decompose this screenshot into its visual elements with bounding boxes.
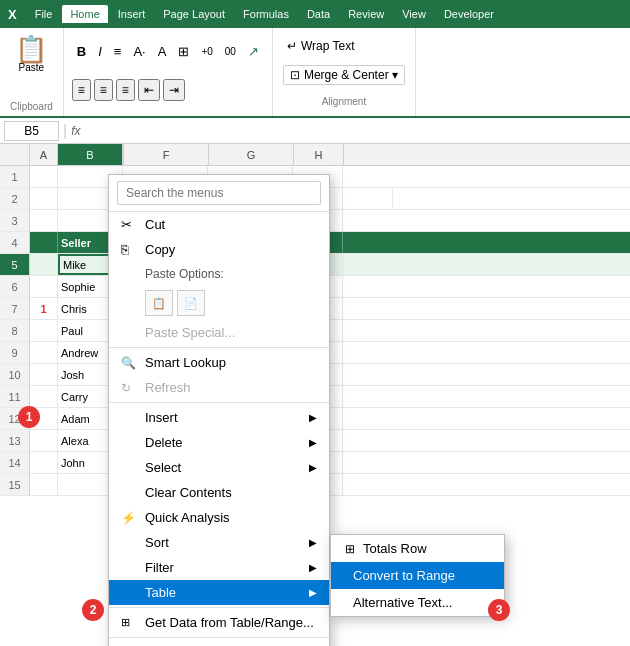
grid-cell[interactable] <box>343 188 393 209</box>
menu-item-cut[interactable]: ✂ Cut <box>109 212 329 237</box>
row-num: 15 <box>0 474 30 495</box>
row-num: 14 <box>0 452 30 473</box>
grid-cell[interactable] <box>30 320 58 341</box>
submenu-item-alt-text[interactable]: Alternative Text... <box>331 589 504 616</box>
bold-button[interactable]: B <box>72 43 91 60</box>
grid-cell[interactable] <box>30 364 58 385</box>
filter-label: Filter <box>145 560 301 575</box>
indent-right[interactable]: ⇥ <box>163 79 185 101</box>
col-header-h[interactable]: H <box>294 144 344 165</box>
tab-view[interactable]: View <box>394 5 434 23</box>
grid-cell[interactable] <box>30 188 58 209</box>
font-color-button[interactable]: A· <box>128 43 150 60</box>
menu-separator <box>109 607 329 608</box>
grid-cell[interactable] <box>30 232 58 253</box>
clear-contents-label: Clear Contents <box>145 485 232 500</box>
col-header-a[interactable]: A <box>30 144 58 165</box>
tab-formulas[interactable]: Formulas <box>235 5 297 23</box>
menu-item-insert[interactable]: Insert ▶ <box>109 405 329 430</box>
search-icon: 🔍 <box>121 356 137 370</box>
smart-lookup-label: Smart Lookup <box>145 355 226 370</box>
col-header-g[interactable]: G <box>209 144 294 165</box>
row-num: 5 <box>0 254 30 275</box>
align-button[interactable]: ≡ <box>109 43 127 60</box>
paste-icon-btn-1[interactable]: 📋 <box>145 290 173 316</box>
wrap-text-button[interactable]: ↵ Wrap Text <box>283 37 405 55</box>
submenu-item-totals-row[interactable]: ⊞ Totals Row <box>331 535 504 562</box>
paste-button[interactable]: 📋 Paste <box>11 32 51 77</box>
annotation-1: 1 <box>18 406 40 428</box>
convert-to-range-label: Convert to Range <box>353 568 455 583</box>
ribbon: 📋 Paste Clipboard B I ≡ A· A ⊞ +0 00 ↗ ≡… <box>0 28 630 118</box>
table-submenu: ⊞ Totals Row Convert to Range Alternativ… <box>330 534 505 617</box>
indent-left[interactable]: ⇤ <box>138 79 160 101</box>
align-center[interactable]: ≡ <box>94 79 113 101</box>
tab-insert[interactable]: Insert <box>110 5 154 23</box>
grid-cell[interactable] <box>30 276 58 297</box>
paste-options-label: Paste Options: <box>145 267 317 281</box>
menu-item-get-data[interactable]: ⊞ Get Data from Table/Range... <box>109 610 329 635</box>
grid-cell[interactable] <box>30 452 58 473</box>
grid-cell[interactable] <box>30 166 58 187</box>
tab-data[interactable]: Data <box>299 5 338 23</box>
grid-cell[interactable] <box>30 254 58 275</box>
sort-label: Sort <box>145 535 301 550</box>
decimal-dec[interactable]: 00 <box>220 45 241 58</box>
formula-input[interactable] <box>85 122 627 140</box>
paste-icon-btn-2[interactable]: 📄 <box>177 290 205 316</box>
menu-search-input[interactable] <box>117 181 321 205</box>
grid-cell[interactable] <box>30 210 58 231</box>
tab-page-layout[interactable]: Page Layout <box>155 5 233 23</box>
submenu-item-convert-to-range[interactable]: Convert to Range <box>331 562 504 589</box>
row-num: 8 <box>0 320 30 341</box>
alignment-row: ≡ ≡ ≡ ⇤ ⇥ <box>72 79 264 101</box>
menu-item-table[interactable]: Table ▶ <box>109 580 329 605</box>
italic-button[interactable]: I <box>93 43 107 60</box>
app-icon: X <box>8 7 17 22</box>
border-button[interactable]: ⊞ <box>173 43 194 60</box>
decimal-inc[interactable]: +0 <box>196 45 217 58</box>
row-num: 9 <box>0 342 30 363</box>
get-data-icon: ⊞ <box>121 616 137 629</box>
merge-center-button[interactable]: ⊡ Merge & Center ▾ <box>283 65 405 85</box>
menu-item-new-comment[interactable]: 💬 New Comment <box>109 640 329 646</box>
tab-file[interactable]: File <box>27 5 61 23</box>
menu-item-refresh[interactable]: ↻ Refresh <box>109 375 329 400</box>
paste-label: Paste <box>19 62 45 73</box>
copy-icon: ⎘ <box>121 242 137 257</box>
font-size-button[interactable]: A <box>153 43 172 60</box>
cell-reference-input[interactable] <box>4 121 59 141</box>
alignment-label: Alignment <box>283 96 405 107</box>
align-left[interactable]: ≡ <box>72 79 91 101</box>
align-right[interactable]: ≡ <box>116 79 135 101</box>
grid-cell[interactable]: 1 <box>30 298 58 319</box>
col-header-b[interactable]: B <box>58 144 123 165</box>
menu-item-copy[interactable]: ⎘ Copy <box>109 237 329 262</box>
menu-item-smart-lookup[interactable]: 🔍 Smart Lookup <box>109 350 329 375</box>
annotation-2: 2 <box>82 599 104 621</box>
copy-label: Copy <box>145 242 317 257</box>
menu-item-clear-contents[interactable]: Clear Contents <box>109 480 329 505</box>
menu-item-select[interactable]: Select ▶ <box>109 455 329 480</box>
grid-cell[interactable] <box>30 474 58 495</box>
grid-cell[interactable] <box>30 386 58 407</box>
cut-label: Cut <box>145 217 317 232</box>
col-header-f[interactable]: F <box>124 144 209 165</box>
tab-review[interactable]: Review <box>340 5 392 23</box>
grid-cell[interactable] <box>30 430 58 451</box>
tab-developer[interactable]: Developer <box>436 5 502 23</box>
merge-center-label: Merge & Center ▾ <box>304 68 398 82</box>
menu-item-delete[interactable]: Delete ▶ <box>109 430 329 455</box>
annotation-3: 3 <box>488 599 510 621</box>
tab-home[interactable]: Home <box>62 5 107 23</box>
format-icon[interactable]: ↗ <box>243 43 264 60</box>
totals-row-label: Totals Row <box>363 541 427 556</box>
menu-item-quick-analysis[interactable]: ⚡ Quick Analysis <box>109 505 329 530</box>
menu-item-filter[interactable]: Filter ▶ <box>109 555 329 580</box>
row-num: 6 <box>0 276 30 297</box>
grid-cell[interactable] <box>30 342 58 363</box>
menu-item-sort[interactable]: Sort ▶ <box>109 530 329 555</box>
paste-icon: 📋 <box>15 36 47 62</box>
menu-search-container <box>109 175 329 212</box>
menu-item-paste-special[interactable]: Paste Special... <box>109 320 329 345</box>
